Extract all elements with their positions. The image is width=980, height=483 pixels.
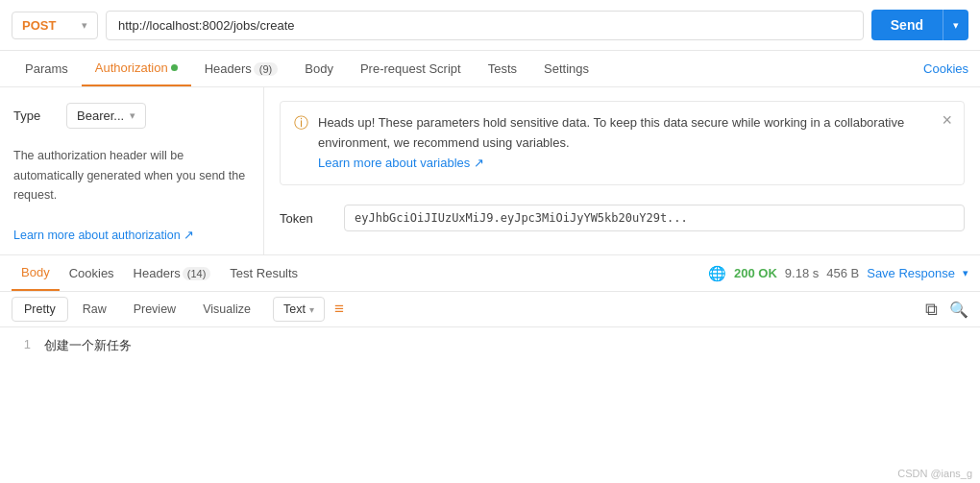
fmt-visualize-button[interactable]: Visualize — [190, 297, 263, 322]
tab-headers[interactable]: Headers (9) — [191, 52, 292, 85]
resp-tab-test-results[interactable]: Test Results — [220, 256, 307, 290]
line-content: 创建一个新任务 — [44, 337, 132, 354]
send-button[interactable]: Send — [871, 10, 943, 40]
tab-params[interactable]: Params — [12, 52, 82, 85]
warning-box: ⓘ Heads up! These parameters hold sensit… — [280, 101, 965, 185]
warning-content: Heads up! These parameters hold sensitiv… — [318, 113, 933, 173]
watermark: CSDN @ians_g — [897, 468, 972, 479]
type-chevron-icon: ▾ — [130, 109, 135, 122]
tab-settings[interactable]: Settings — [530, 52, 602, 85]
copy-icon[interactable]: ⧉ — [925, 300, 938, 320]
resp-tab-cookies[interactable]: Cookies — [60, 256, 124, 290]
tab-prerequest[interactable]: Pre-request Script — [347, 52, 475, 85]
resp-headers-badge: (14) — [183, 267, 211, 280]
line-number: 1 — [15, 337, 31, 354]
resp-tab-headers[interactable]: Headers (14) — [124, 256, 221, 290]
send-dropdown-button[interactable]: ▾ — [943, 10, 968, 40]
method-label: POST — [22, 18, 56, 33]
top-bar: POST ▾ Send ▾ — [0, 0, 980, 51]
tab-tests[interactable]: Tests — [475, 52, 530, 85]
right-panel: ⓘ Heads up! These parameters hold sensit… — [264, 87, 980, 254]
auth-dot — [171, 64, 178, 71]
save-response-button[interactable]: Save Response — [867, 266, 955, 280]
status-ok-badge: 200 OK — [734, 266, 777, 280]
response-tabs-bar: Body Cookies Headers (14) Test Results 🌐… — [0, 255, 980, 292]
response-time: 9.18 s — [785, 266, 819, 280]
learn-variables-link[interactable]: Learn more about variables ↗ — [318, 156, 484, 170]
url-input[interactable] — [106, 11, 864, 40]
main-content: Type Bearer... ▾ The authorization heade… — [0, 87, 980, 255]
text-select-chevron-icon: ▾ — [309, 304, 314, 315]
response-section: Body Cookies Headers (14) Test Results 🌐… — [0, 255, 980, 364]
filter-icon[interactable]: ≡ — [334, 300, 344, 319]
learn-auth-link[interactable]: Learn more about authorization ↗ — [13, 229, 194, 242]
response-line-1: 1 创建一个新任务 — [15, 337, 965, 354]
response-body: 1 创建一个新任务 — [0, 327, 980, 364]
cookies-link[interactable]: Cookies — [923, 52, 968, 85]
type-label: Type — [13, 109, 66, 123]
fmt-raw-button[interactable]: Raw — [70, 297, 119, 322]
type-select[interactable]: Bearer... ▾ — [66, 103, 146, 129]
tab-authorization[interactable]: Authorization — [82, 51, 191, 86]
globe-icon: 🌐 — [708, 265, 726, 282]
warning-text: Heads up! These parameters hold sensitiv… — [318, 115, 904, 150]
left-panel: Type Bearer... ▾ The authorization heade… — [0, 87, 264, 254]
text-format-select[interactable]: Text ▾ — [273, 297, 325, 322]
token-row: Token eyJhbGciOiJIUzUxMiJ9.eyJpc3MiOiJyY… — [280, 205, 965, 231]
search-icon[interactable]: 🔍 — [949, 301, 968, 319]
tab-body[interactable]: Body — [291, 52, 347, 85]
format-bar: Pretty Raw Preview Visualize Text ▾ ≡ ⧉ … — [0, 292, 980, 327]
resp-tab-body[interactable]: Body — [12, 255, 60, 291]
headers-badge: (9) — [254, 62, 278, 76]
warning-icon: ⓘ — [294, 114, 308, 133]
warning-close-button[interactable]: × — [942, 111, 952, 129]
response-size: 456 B — [826, 266, 859, 280]
type-row: Type Bearer... ▾ — [13, 103, 250, 129]
token-label: Token — [280, 211, 332, 226]
fmt-pretty-button[interactable]: Pretty — [12, 297, 68, 322]
type-value: Bearer... — [77, 109, 124, 123]
token-value[interactable]: eyJhbGciOiJIUzUxMiJ9.eyJpc3MiOiJyYW5kb20… — [344, 205, 965, 231]
fmt-preview-button[interactable]: Preview — [121, 297, 188, 322]
auth-description: The authorization header will be automat… — [13, 146, 250, 245]
method-select[interactable]: POST ▾ — [12, 12, 98, 39]
response-status-area: 🌐 200 OK 9.18 s 456 B Save Response ▾ — [708, 265, 968, 282]
method-chevron-icon: ▾ — [82, 19, 87, 32]
send-button-wrap: Send ▾ — [871, 10, 968, 40]
save-response-chevron-icon[interactable]: ▾ — [963, 267, 968, 279]
request-tabs: Params Authorization Headers (9) Body Pr… — [0, 51, 980, 87]
